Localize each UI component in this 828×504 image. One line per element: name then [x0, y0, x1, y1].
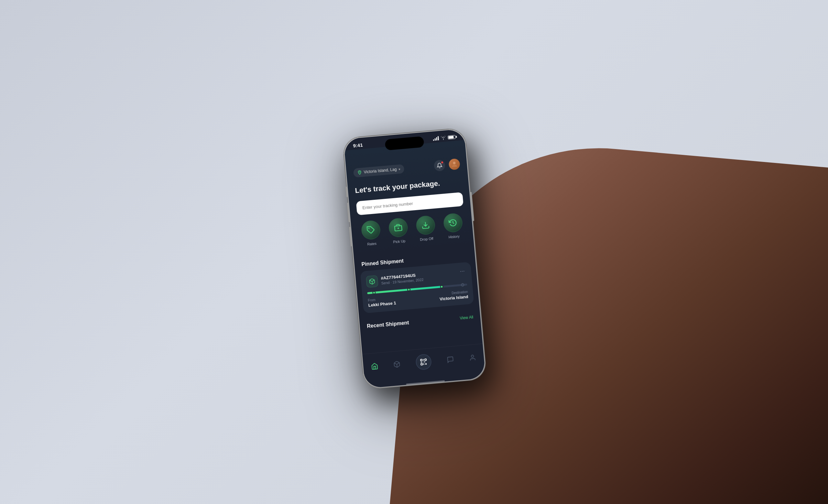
wifi-icon	[441, 135, 446, 140]
pickup-label: Pick Up	[393, 239, 406, 243]
notification-dot	[441, 161, 444, 164]
progress-dot-start	[372, 291, 375, 294]
tag-icon	[366, 225, 375, 234]
dropoff-action[interactable]: Drop Off	[412, 215, 439, 242]
status-time: 9:41	[353, 142, 363, 148]
card-header-left: #AZ776447194US Send · 19 November, 2022	[366, 271, 424, 287]
pickup-icon-circle	[388, 217, 408, 238]
top-section: Victoria Island, Lag ▾	[344, 140, 474, 257]
history-label: History	[448, 234, 460, 239]
pickup-action[interactable]: Pick Up	[385, 217, 412, 244]
scan-icon	[419, 358, 428, 366]
svg-rect-11	[425, 359, 426, 360]
nav-packages[interactable]	[388, 358, 406, 370]
dropoff-label: Drop Off	[420, 236, 433, 241]
svg-rect-10	[420, 359, 422, 361]
svg-point-0	[443, 139, 444, 139]
svg-point-13	[471, 355, 474, 357]
rates-label: Rates	[367, 241, 377, 246]
nav-chat[interactable]	[441, 353, 460, 366]
notification-button[interactable]	[434, 159, 446, 171]
svg-rect-4	[394, 225, 402, 231]
svg-point-1	[359, 171, 360, 172]
card-header: #AZ776447194US Send · 19 November, 2022 …	[366, 267, 467, 287]
rates-action[interactable]: Rates	[358, 219, 384, 246]
dropoff-icon-circle	[415, 215, 436, 235]
pinned-shipment-section: Pinned Shipment	[354, 246, 479, 314]
card-menu-button[interactable]: ···	[458, 267, 466, 274]
pickup-icon	[394, 223, 403, 232]
nav-scan[interactable]	[410, 351, 437, 373]
progress-dot-end	[461, 283, 464, 286]
status-icons	[433, 135, 456, 140]
scroll-area[interactable]: Pinned Shipment	[354, 246, 483, 354]
location-text: Victoria Island, Lag	[364, 167, 397, 174]
battery-icon	[448, 135, 456, 139]
svg-point-2	[453, 161, 456, 164]
svg-rect-12	[421, 363, 422, 365]
svg-line-7	[425, 222, 425, 226]
history-icon-circle	[443, 213, 463, 233]
from-location: From Lekki Phase 1	[368, 296, 396, 308]
view-all-button[interactable]: View All	[460, 315, 473, 320]
recent-section-title: Recent Shipment	[367, 319, 410, 329]
destination-location: Destination Victoria Island	[439, 290, 468, 301]
phone-wrapper: 9:41	[342, 127, 487, 389]
rates-icon-circle	[361, 220, 381, 240]
history-icon	[448, 218, 457, 227]
nav-package-icon	[393, 360, 401, 368]
location-pill[interactable]: Victoria Island, Lag ▾	[353, 164, 405, 178]
screen-content: 9:41	[343, 129, 486, 388]
package-icon	[369, 278, 376, 285]
svg-line-9	[397, 364, 397, 367]
svg-line-8	[372, 281, 372, 284]
scene: 9:41	[0, 0, 828, 504]
profile-nav-icon	[469, 354, 477, 361]
nav-home[interactable]	[366, 360, 384, 372]
home-icon	[371, 362, 378, 370]
chat-icon	[446, 356, 454, 363]
location-pin-icon	[357, 170, 362, 175]
nav-profile[interactable]	[463, 352, 482, 364]
top-right-icons	[434, 158, 461, 171]
recent-shipment-section: Recent Shipment View All	[359, 308, 481, 336]
progress-dot-current	[440, 285, 444, 288]
progress-dot-mid	[407, 288, 411, 291]
chevron-down-icon: ▾	[399, 167, 401, 171]
signal-icon	[433, 136, 439, 141]
progress-fill	[367, 285, 442, 294]
phone-frame: 9:41	[342, 127, 487, 389]
scan-active-bg	[415, 353, 432, 370]
package-icon-wrap	[366, 275, 378, 287]
history-action[interactable]: History	[440, 212, 466, 239]
phone-screen: 9:41	[343, 129, 486, 388]
user-avatar[interactable]	[448, 158, 460, 170]
pinned-section-title: Pinned Shipment	[361, 258, 404, 267]
card-info: #AZ776447194US Send · 19 November, 2022	[381, 272, 424, 285]
dropoff-icon	[421, 221, 430, 230]
